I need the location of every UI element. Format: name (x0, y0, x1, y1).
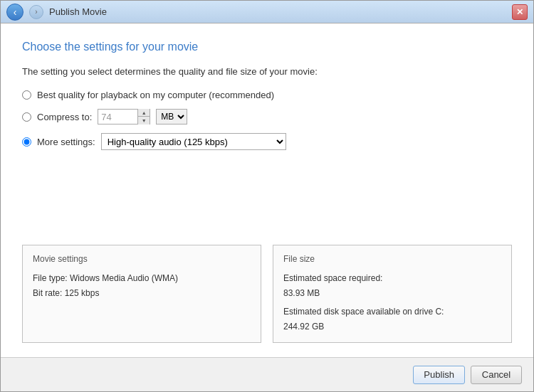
title-bar: ‹ › Publish Movie ✕ (1, 1, 533, 23)
spin-down-button[interactable]: ▼ (138, 117, 150, 125)
settings-dropdown[interactable]: High-quality audio (125 kbps) DVD qualit… (101, 133, 286, 150)
forward-button[interactable]: › (29, 5, 43, 19)
footer: Publish Cancel (1, 357, 533, 391)
compress-to-row: Compress to: ▲ ▼ MB GB KB (22, 109, 512, 125)
more-settings-label[interactable]: More settings: (37, 137, 95, 147)
more-settings-row: More settings: High-quality audio (125 k… (22, 133, 512, 150)
best-quality-radio[interactable] (22, 90, 31, 100)
estimated-space-label: Estimated space required: (283, 271, 501, 285)
page-title: Choose the settings for your movie (22, 41, 512, 53)
window-title: Publish Movie (49, 6, 107, 17)
content-area: Choose the settings for your movie The s… (1, 23, 533, 357)
bit-rate-label: Bit rate: 125 kbps (33, 286, 251, 300)
compress-value-input[interactable] (98, 110, 137, 124)
estimated-space-value: 83.93 MB (283, 286, 501, 300)
file-size-title: File size (283, 254, 501, 264)
cancel-button[interactable]: Cancel (471, 366, 522, 384)
unit-select[interactable]: MB GB KB (156, 109, 187, 125)
file-size-content: Estimated space required: 83.93 MB Estim… (283, 271, 501, 334)
spinner-buttons: ▲ ▼ (137, 109, 150, 125)
info-panels: Movie settings File type: Widows Media A… (22, 245, 512, 343)
more-settings-radio[interactable] (22, 137, 31, 147)
spin-up-button[interactable]: ▲ (138, 109, 150, 117)
publish-movie-window: ‹ › Publish Movie ✕ Choose the settings … (0, 0, 534, 392)
best-quality-row: Best quality for playback on my computer… (22, 90, 512, 100)
compress-to-label[interactable]: Compress to: (37, 112, 92, 122)
back-button[interactable]: ‹ (6, 4, 23, 21)
close-button[interactable]: ✕ (512, 4, 528, 20)
movie-settings-panel: Movie settings File type: Widows Media A… (22, 245, 261, 343)
options-area: Best quality for playback on my computer… (22, 90, 512, 150)
movie-settings-title: Movie settings (33, 254, 251, 264)
disk-space-label: Estimated disk space available on drive … (283, 304, 501, 319)
compress-input-wrap: ▲ ▼ (98, 109, 150, 125)
file-type-label: File type: Widows Media Audio (WMA) (33, 271, 251, 285)
disk-space-value: 244.92 GB (283, 319, 501, 334)
page-description: The setting you select determines the qu… (22, 66, 512, 77)
compress-to-radio[interactable] (22, 112, 31, 122)
publish-button[interactable]: Publish (413, 366, 465, 384)
best-quality-label[interactable]: Best quality for playback on my computer… (37, 90, 274, 100)
movie-settings-content: File type: Widows Media Audio (WMA) Bit … (33, 271, 251, 300)
file-size-panel: File size Estimated space required: 83.9… (273, 245, 512, 343)
